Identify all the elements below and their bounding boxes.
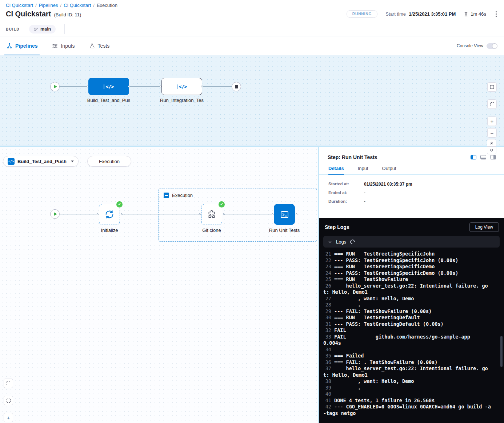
breadcrumb-item[interactable]: CI Quickstart (64, 3, 91, 8)
expand-icon (490, 85, 494, 89)
log-line-number: 21 (323, 251, 331, 257)
panel-resize-controls (487, 139, 496, 154)
connector-line (60, 86, 89, 87)
stage-node-label: Run_Integration_Tes (156, 98, 207, 103)
log-line: 37 hello_server_test.go:22: Intentional … (323, 365, 491, 378)
log-line: 41DONE 4 tests, 1 failure in 26.568s (323, 398, 491, 404)
step-logs-title: Step Logs (325, 224, 349, 230)
detail-label: Duration: (328, 199, 364, 204)
stage-start-button[interactable] (50, 209, 60, 219)
tab-tests[interactable]: Tests (89, 36, 110, 55)
zoom-in-button[interactable]: + (4, 413, 13, 422)
log-view-button[interactable]: Log View (469, 222, 499, 232)
log-line-number: 37 (323, 365, 331, 372)
detail-value: - (364, 199, 365, 204)
zoom-in-button[interactable]: + (487, 116, 497, 126)
stage-node-build-test-and-push[interactable]: </> (88, 78, 129, 95)
step-panel-title: Step: Run Unit Tests (328, 154, 377, 160)
log-line-text: === RUN TestGreetingSpecificJohn (334, 251, 435, 257)
log-line: 30=== RUN TestGreetingDefault (323, 315, 491, 321)
breadcrumb-separator: / (93, 3, 95, 8)
zoom-to-fit-button[interactable] (4, 379, 13, 388)
kebab-menu-button[interactable] (494, 10, 498, 18)
log-line: 42--- CGO_ENABLED=0 GOOS=linux GOARCH=am… (323, 404, 491, 416)
elapsed-value: 1m 46s (471, 11, 486, 17)
start-time-value: 1/25/2021 3:35:01 PM (409, 11, 456, 17)
zoom-to-fit-button[interactable] (487, 82, 497, 92)
log-scrollbar[interactable] (500, 336, 503, 367)
log-line-number: 32 (323, 327, 331, 334)
code-icon: </> (104, 84, 113, 90)
collapse-group-checkbox[interactable] (164, 193, 169, 198)
collapse-up-button[interactable] (487, 139, 496, 147)
step-node-initialize[interactable]: ✓ (99, 204, 120, 225)
tab-input[interactable]: Input (358, 166, 368, 174)
step-details: Started at: 01/25/2021 03:35:37 pm Ended… (319, 175, 504, 214)
log-line-number: 38 (323, 378, 331, 385)
step-node-run-unit-tests[interactable] (274, 204, 295, 225)
zoom-out-button[interactable]: − (487, 128, 497, 138)
step-node-git-clone[interactable]: ✓ (201, 204, 222, 225)
edge-dot (199, 213, 201, 215)
log-line-number: 22 (323, 257, 331, 264)
stage-node-run-integration-tests[interactable]: </> (161, 78, 202, 95)
marquee-select-button[interactable] (487, 99, 497, 109)
tab-pipelines-label: Pipelines (15, 43, 37, 49)
status-badge: RUNNING (347, 10, 378, 18)
log-line-number: 41 (323, 398, 331, 404)
divider (64, 24, 65, 34)
detail-label: Started at: (328, 182, 364, 187)
log-line-text: FAIL (334, 327, 346, 333)
hourglass-icon (464, 12, 468, 17)
log-line-number: 39 (323, 385, 331, 391)
tab-pipelines[interactable]: Pipelines (7, 36, 37, 55)
code-icon: </> (177, 84, 187, 90)
puzzle-icon (207, 210, 216, 219)
breadcrumb-item[interactable]: CI Quickstart (6, 3, 33, 8)
step-logs-panel: Step Logs Log View Logs 21=== RUN TestGr… (319, 218, 504, 423)
pipeline-end-button[interactable] (232, 82, 241, 91)
marquee-icon (490, 102, 494, 106)
terminal-icon (280, 210, 289, 220)
marquee-select-button[interactable] (4, 396, 13, 405)
breadcrumb: CI Quickstart/Pipelines/CI Quickstart/Ex… (6, 3, 117, 8)
branch-name: main (40, 27, 51, 32)
branch-chip[interactable]: main (29, 25, 56, 33)
log-line-number: 23 (323, 264, 331, 270)
tab-inputs-label: Inputs (61, 43, 75, 49)
tab-output[interactable]: Output (382, 166, 396, 174)
log-line: 33FAIL github.com/harness/go-sample-app … (323, 334, 491, 347)
breadcrumb-item[interactable]: Pipelines (39, 3, 58, 8)
code-icon: </> (8, 158, 15, 165)
branch-icon (34, 27, 38, 32)
stage-selector-dropdown[interactable]: </> Build_Test_and_Push (3, 156, 79, 167)
log-line-text: --- PASS: TestGreetingDefault (0.00s) (334, 321, 444, 327)
log-line-number: 29 (323, 308, 331, 315)
log-line: 26 hello_server_test.go:22: Intentional … (323, 283, 491, 296)
log-line-text: , want: Hello, Demo (334, 296, 414, 301)
layout-bottom-icon[interactable] (480, 155, 486, 159)
success-check-icon: ✓ (116, 201, 123, 207)
console-view-toggle[interactable] (487, 43, 497, 49)
log-line-text: --- FAIL: TestShowFailure (0.00s) (334, 308, 432, 314)
step-panel-tabs: Details Input Output (319, 166, 504, 175)
edge-dot (87, 86, 88, 87)
connector-line (203, 86, 232, 87)
log-line: 36=== FAIL: . TestShowFailure (0.00s) (323, 359, 491, 366)
logs-section-header[interactable]: Logs (323, 236, 500, 248)
step-node-label: Initialize (84, 228, 135, 233)
execution-view-button[interactable]: Execution (87, 156, 131, 167)
collapse-down-button[interactable] (487, 147, 496, 154)
tests-icon (89, 43, 95, 49)
pipeline-start-button[interactable] (50, 82, 60, 91)
tab-tests-label: Tests (98, 43, 110, 49)
pipeline-canvas: </> Build_Test_and_Pus </> Run_Integrati… (0, 55, 504, 146)
log-lines: 21=== RUN TestGreetingSpecificJohn 22---… (319, 250, 504, 419)
chevrons-down-icon (489, 149, 494, 153)
layout-right-icon[interactable] (490, 155, 496, 159)
connector-line (60, 214, 99, 214)
tab-inputs[interactable]: Inputs (52, 36, 75, 55)
tab-details[interactable]: Details (328, 166, 344, 175)
layout-split-left-icon[interactable] (471, 155, 476, 159)
log-line: 38 , want: Hello, Demo (323, 378, 491, 385)
